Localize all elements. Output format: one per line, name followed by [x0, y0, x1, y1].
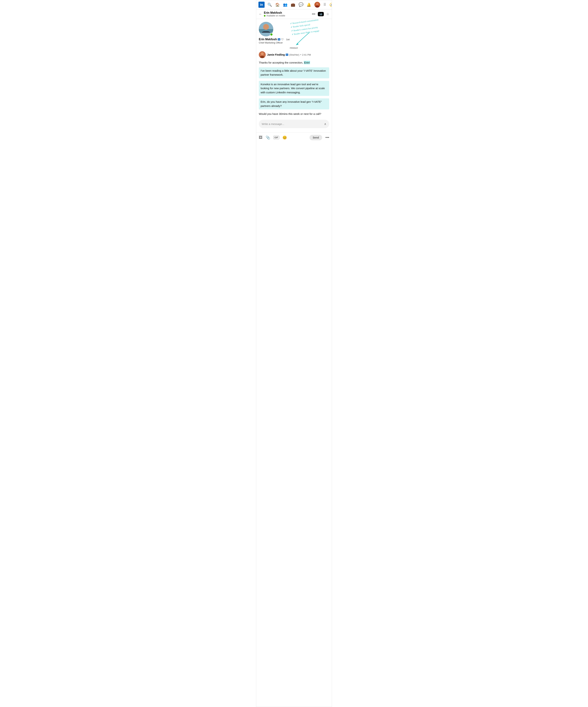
- apps-icon[interactable]: ⠿: [323, 3, 326, 7]
- status-text: Available on mobile: [266, 14, 285, 17]
- svg-point-1: [316, 3, 318, 5]
- message-3: Koneksi is an innovative lead gen tool a…: [259, 81, 329, 96]
- message-1-highlight: Erin!: [304, 61, 310, 64]
- message-1: Thanks for accepting the connection, Eri…: [259, 61, 329, 65]
- chat-body: Erin Mekfosh in 🛡 · 1st Chief Marketing …: [256, 19, 332, 131]
- video-icon: 📹: [319, 13, 322, 15]
- sender-name: Jamie Findling: [267, 53, 285, 56]
- shield-icon: 🛡: [281, 38, 284, 41]
- svg-point-10: [261, 53, 264, 55]
- dot-sep: •: [300, 53, 301, 56]
- contact-name: Erin Mekfosh: [264, 11, 312, 14]
- message-sender-row: Jamie Findling in (She/Her) • 2:41 PM: [259, 51, 329, 58]
- home-icon[interactable]: 🏠: [275, 3, 280, 7]
- contact-status: Available on mobile: [264, 14, 312, 17]
- messaging-icon[interactable]: 💬: [299, 2, 303, 7]
- emoji-icon[interactable]: 😊: [282, 135, 287, 140]
- profile-title: Chief Marketing Officer: [259, 41, 329, 44]
- explore-icon[interactable]: 🧭: [330, 3, 332, 7]
- online-badge: [270, 33, 273, 36]
- sender-linkedin-badge: in: [286, 54, 288, 56]
- video-call-button[interactable]: 📹: [318, 12, 324, 16]
- message-input[interactable]: Write a message...: [262, 123, 324, 126]
- chat-header: ← Erin Mekfosh Available on mobile ••• 📹…: [256, 9, 332, 19]
- linkedin-logo[interactable]: in: [258, 2, 265, 8]
- network-icon[interactable]: 👥: [283, 3, 287, 7]
- profile-avatar-wrap: [259, 22, 273, 36]
- toolbar-more-button[interactable]: •••: [325, 135, 329, 140]
- image-icon[interactable]: 🖼: [259, 135, 263, 140]
- linkedin-badge: in: [278, 38, 280, 40]
- message-input-section: Write a message... ∧: [259, 120, 329, 128]
- send-button[interactable]: Send: [310, 135, 322, 140]
- profile-name-row: Erin Mekfosh in 🛡 · 1st: [259, 38, 329, 41]
- top-navigation: in 🔍 🏠 👥 💼 💬 🔔 ⠿ 🧭: [256, 0, 332, 9]
- user-avatar[interactable]: [314, 2, 320, 8]
- collapse-button[interactable]: ∧: [324, 122, 326, 126]
- message-toolbar: 🖼 📎 GIF 😊 Send •••: [256, 133, 332, 142]
- jobs-icon[interactable]: 💼: [291, 3, 295, 7]
- gif-button[interactable]: GIF: [273, 136, 279, 139]
- status-dot: [264, 15, 266, 16]
- back-button[interactable]: ←: [259, 12, 262, 16]
- profile-name: Erin Mekfosh: [259, 38, 277, 41]
- header-actions: ••• 📹 ☆: [312, 12, 329, 16]
- sender-time: 2:41 PM: [302, 54, 311, 56]
- svg-point-5: [263, 24, 269, 30]
- sender-pronoun: (She/Her): [289, 54, 299, 56]
- message-1-text-before: Thanks for accepting the connection,: [259, 61, 304, 64]
- message-5: Would you have 30mins this week or next …: [259, 112, 329, 116]
- sender-info: Jamie Findling in (She/Her) • 2:41 PM: [267, 53, 311, 56]
- message-2: I've been reading a little about your 'I…: [259, 67, 329, 78]
- notifications-icon[interactable]: 🔔: [307, 3, 311, 7]
- header-info: Erin Mekfosh Available on mobile: [264, 11, 312, 17]
- dot-separator: ·: [285, 38, 285, 41]
- more-options-button[interactable]: •••: [312, 12, 315, 16]
- date-divider: FRIDAY: [259, 47, 329, 49]
- nav-icons: 🔍 🏠 👥 💼 💬 🔔 ⠿ 🧭: [268, 2, 332, 8]
- degree-badge: 1st: [286, 38, 290, 41]
- star-button[interactable]: ☆: [326, 12, 329, 16]
- profile-section: [259, 22, 329, 36]
- sender-avatar: [259, 51, 266, 58]
- attachment-icon[interactable]: 📎: [266, 135, 270, 140]
- message-4: Erin, do you have any innovative lead ge…: [259, 98, 329, 109]
- search-icon[interactable]: 🔍: [268, 3, 272, 7]
